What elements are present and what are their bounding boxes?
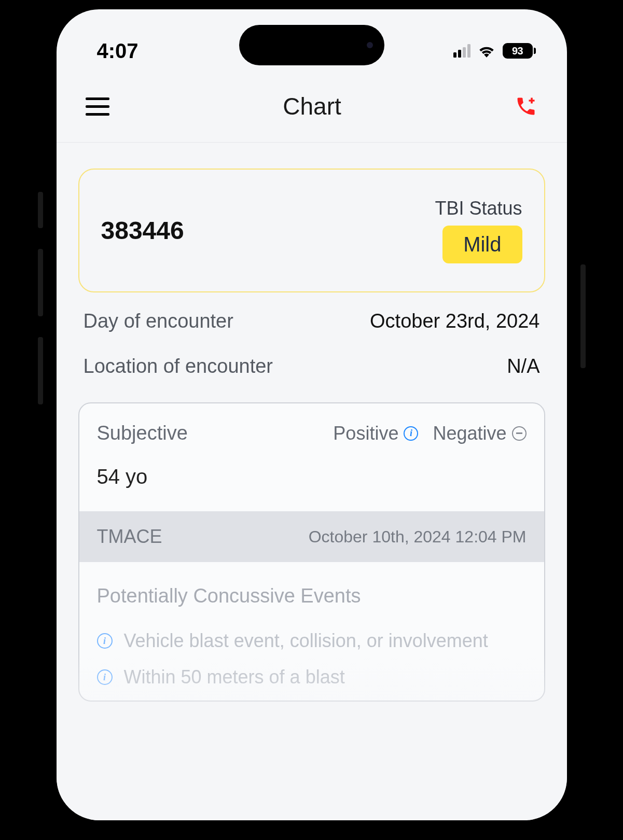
tmace-label: TMACE — [97, 526, 162, 548]
tbi-status-label: TBI Status — [435, 198, 522, 219]
encounter-location-value: N/A — [507, 355, 539, 377]
info-icon — [97, 669, 113, 685]
dynamic-island — [239, 25, 384, 65]
tmace-timestamp: October 10th, 2024 12:04 PM — [309, 527, 527, 547]
encounter-day-row: Day of encounter October 23rd, 2024 — [78, 292, 545, 338]
tbi-status-block: TBI Status Mild — [435, 198, 522, 263]
phone-device-frame: 4:07 93 — [42, 0, 582, 835]
emergency-call-button[interactable] — [515, 95, 537, 118]
minus-circle-icon — [512, 426, 527, 441]
side-button — [38, 249, 43, 316]
legend-group: Positive Negative — [333, 423, 526, 444]
pce-item-text: Vehicle blast event, collision, or invol… — [124, 630, 488, 652]
legend-negative-label: Negative — [433, 423, 506, 444]
encounter-location-row: Location of encounter N/A — [78, 338, 545, 383]
tmace-row[interactable]: TMACE October 10th, 2024 12:04 PM — [79, 511, 544, 562]
pce-item-text: Within 50 meters of a blast — [124, 666, 345, 688]
pce-section: Potentially Concussive Events Vehicle bl… — [79, 562, 544, 701]
battery-indicator: 93 — [503, 43, 536, 59]
subjective-title: Subjective — [97, 422, 334, 444]
cellular-signal-icon — [453, 44, 470, 58]
app-nav-bar: Chart — [57, 72, 567, 143]
phone-screen: 4:07 93 — [57, 9, 567, 820]
patient-summary-card[interactable]: 383446 TBI Status Mild — [78, 169, 545, 292]
page-title: Chart — [283, 92, 341, 120]
patient-id: 383446 — [101, 216, 184, 245]
pce-item[interactable]: Vehicle blast event, collision, or invol… — [97, 623, 527, 659]
legend-negative[interactable]: Negative — [433, 423, 526, 444]
legend-positive[interactable]: Positive — [333, 423, 418, 444]
battery-percentage: 93 — [512, 45, 523, 57]
subjective-card: Subjective Positive Negative 54 yo — [78, 402, 545, 702]
side-button — [580, 264, 586, 368]
chart-content: 383446 TBI Status Mild Day of encounter … — [57, 143, 567, 702]
wifi-icon — [478, 44, 495, 58]
tbi-status-badge: Mild — [442, 226, 522, 263]
legend-positive-label: Positive — [333, 423, 398, 444]
menu-button[interactable] — [86, 97, 109, 116]
info-icon — [404, 426, 418, 441]
pce-item[interactable]: Within 50 meters of a blast — [97, 659, 527, 695]
side-button — [38, 337, 43, 404]
patient-age: 54 yo — [79, 455, 544, 511]
encounter-day-value: October 23rd, 2024 — [370, 310, 539, 332]
side-button — [38, 192, 43, 228]
status-indicators: 93 — [453, 43, 536, 59]
pce-title: Potentially Concussive Events — [97, 585, 527, 607]
status-time: 4:07 — [97, 39, 139, 63]
encounter-day-label: Day of encounter — [84, 310, 233, 332]
encounter-location-label: Location of encounter — [84, 355, 273, 377]
info-icon — [97, 633, 113, 649]
camera-dot-icon — [367, 42, 373, 48]
subjective-header: Subjective Positive Negative — [79, 403, 544, 455]
